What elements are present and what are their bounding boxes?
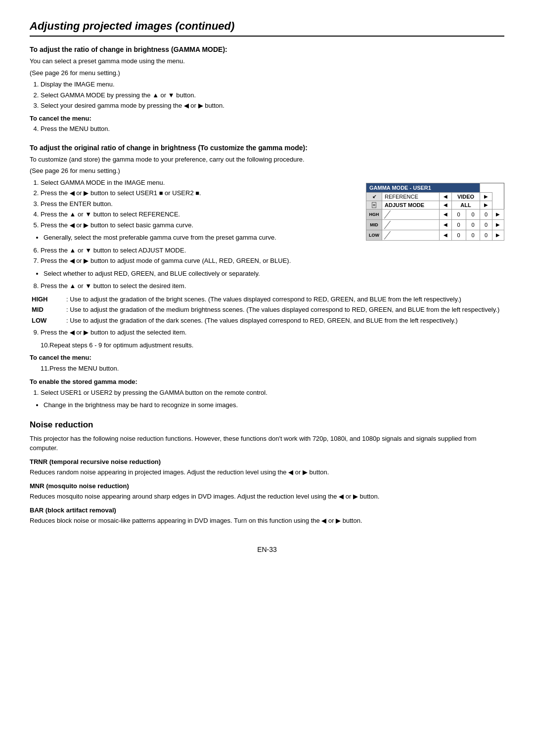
mid-val1: 0 [451, 219, 466, 230]
mid-left-arrow: ◀ [440, 219, 451, 230]
ref-right-arrow: ▶ [480, 192, 492, 201]
section1-intro2: (See page 26 for menu setting.) [30, 68, 504, 78]
mnr-label: MNR (mosquito noise reduction) [30, 481, 504, 491]
list-item: Select GAMMA MODE by pressing the ▲ or ▼… [41, 90, 504, 100]
mid-val3: 0 [480, 219, 492, 230]
section2-enable-bullets: Change in the brightness may be hard to … [44, 400, 504, 410]
section2-enable-steps: Select USER1 or USER2 by pressing the GA… [41, 388, 504, 398]
low-right-arrow: ▶ [492, 230, 504, 240]
section1-intro1: You can select a preset gamma mode using… [30, 56, 504, 66]
section2-heading: To adjust the original ratio of change i… [30, 144, 504, 152]
adjust-label: ADJUST MODE [382, 201, 440, 209]
ref-left-arrow: ◀ [440, 192, 451, 201]
list-item: Press the ◀ or ▶ button to adjust the se… [41, 328, 504, 337]
step10: 10.Repeat steps 6 - 9 for optimum adjust… [41, 340, 504, 350]
section2-two-col: Select GAMMA MODE in the IMAGE menu. Pre… [30, 178, 504, 294]
adjust-right-arrow: ▶ [480, 201, 492, 209]
high-val3: 0 [480, 209, 492, 219]
section1-cancel-label: To cancel the menu: [30, 114, 504, 124]
page-number: EN-33 [30, 546, 504, 553]
list-item: Press the ◀ or ▶ button to adjust mode o… [41, 256, 356, 266]
page-title: Adjusting projected images (continued) [30, 20, 504, 37]
section2: To adjust the original ratio of change i… [30, 144, 504, 410]
high-icon-cell: HGH [366, 209, 382, 219]
list-item: Press the ◀ or ▶ button to select basic … [41, 220, 356, 230]
adjust-value: ALL [451, 201, 480, 209]
mid-val2: 0 [466, 219, 480, 230]
section2-intro2: (See page 26 for menu setting.) [30, 166, 504, 176]
section2-steps3: Press the ▲ or ▼ button to select the de… [41, 281, 356, 291]
mid-desc-cell: : Use to adjust the gradation of the med… [64, 304, 504, 315]
low-key: LOW [30, 315, 64, 326]
section2-left: Select GAMMA MODE in the IMAGE menu. Pre… [30, 178, 356, 294]
list-item: Press the ENTER button. [41, 199, 356, 209]
high-left-arrow: ◀ [440, 209, 451, 219]
section2-cancel-label: To cancel the menu: [30, 353, 504, 363]
gamma-table-title: GAMMA MODE - USER1 [366, 183, 480, 192]
low-val2: 0 [466, 230, 480, 240]
high-key: HIGH [30, 294, 64, 305]
mid-curve: ╱ [382, 219, 440, 230]
gamma-mode-table: GAMMA MODE - USER1 ↙ REFERENCE ◀ VIDEO ▶… [366, 183, 504, 241]
section2-final-steps: Press the ◀ or ▶ button to adjust the se… [41, 328, 504, 337]
high-val2: 0 [466, 209, 480, 219]
list-item: Press the ▲ or ▼ button to select the de… [41, 281, 356, 291]
mid-key: MID [30, 304, 64, 315]
list-item: Select USER1 or USER2 by pressing the GA… [41, 388, 504, 398]
list-item: Press the MENU button. [41, 124, 504, 134]
bar-label: BAR (block artifact removal) [30, 505, 504, 515]
adjust-icon-cell: ≡ [366, 201, 382, 209]
ref-icon-cell: ↙ [366, 192, 382, 201]
section2-enable-label: To enable the stored gamma mode: [30, 377, 504, 387]
list-item: Display the IMAGE menu. [41, 80, 504, 89]
low-desc-cell: : Use to adjust the gradation of the dar… [64, 315, 504, 326]
section1-cancel-steps: Press the MENU button. [41, 124, 504, 134]
high-curve: ╱ [382, 209, 440, 219]
list-item: Generally, select the most preferable ga… [44, 233, 356, 243]
low-icon-cell: LOW [366, 230, 382, 240]
list-item: Press the ◀ or ▶ button to select USER1 … [41, 188, 356, 198]
section2-bullets1: Generally, select the most preferable ga… [44, 233, 356, 243]
list-item: Change in the brightness may be hard to … [44, 400, 504, 410]
section1: To adjust the ratio of change in brightn… [30, 45, 504, 134]
hml-desc-table: HIGH : Use to adjust the gradation of th… [30, 294, 504, 326]
bar-desc: Reduces block noise or mosaic-like patte… [30, 516, 504, 526]
high-right-arrow: ▶ [492, 209, 504, 219]
low-val3: 0 [480, 230, 492, 240]
list-item: Select whether to adjust RED, GREEN, and… [44, 269, 356, 279]
high-desc-cell: : Use to adjust the gradation of the bri… [64, 294, 504, 305]
section2-steps2: Press the ▲ or ▼ button to select ADJUST… [41, 246, 356, 266]
trnr-desc: Reduces random noise appearing in projec… [30, 467, 504, 477]
list-item: Select your desired gamma mode by pressi… [41, 101, 504, 111]
adjust-left-arrow: ◀ [440, 201, 451, 209]
ref-value: VIDEO [451, 192, 480, 201]
mid-icon-cell: MID [366, 219, 382, 230]
gamma-table-container: GAMMA MODE - USER1 ↙ REFERENCE ◀ VIDEO ▶… [366, 183, 504, 241]
mnr-desc: Reduces mosquito noise appearing around … [30, 492, 504, 502]
noise-section: Noise reduction This projector has the f… [30, 420, 504, 526]
list-item: Select GAMMA MODE in the IMAGE menu. [41, 178, 356, 188]
section2-bullets2: Select whether to adjust RED, GREEN, and… [44, 269, 356, 279]
section1-heading: To adjust the ratio of change in brightn… [30, 45, 504, 53]
low-curve: ╱ [382, 230, 440, 240]
low-left-arrow: ◀ [440, 230, 451, 240]
list-item: Press the ▲ or ▼ button to select REFERE… [41, 210, 356, 219]
section2-intro1: To customize (and store) the gamma mode … [30, 155, 504, 165]
high-val1: 0 [451, 209, 466, 219]
section1-steps: Display the IMAGE menu. Select GAMMA MOD… [41, 80, 504, 111]
mid-right-arrow: ▶ [492, 219, 504, 230]
ref-label: REFERENCE [382, 192, 440, 201]
noise-intro: This projector has the following noise r… [30, 434, 504, 453]
list-item: Press the ▲ or ▼ button to select ADJUST… [41, 246, 356, 255]
noise-heading: Noise reduction [30, 420, 504, 430]
section2-cancel-step: 11.Press the MENU button. [41, 364, 504, 374]
low-val1: 0 [451, 230, 466, 240]
section2-steps1: Select GAMMA MODE in the IMAGE menu. Pre… [41, 178, 356, 230]
trnr-label: TRNR (temporal recursive noise reduction… [30, 457, 504, 467]
